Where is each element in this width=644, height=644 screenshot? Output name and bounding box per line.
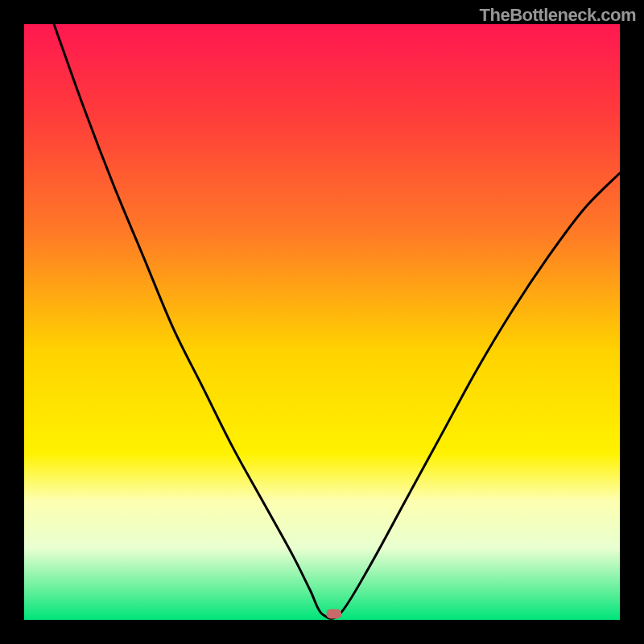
watermark-text: TheBottleneck.com [480, 5, 636, 26]
bottleneck-chart [24, 24, 620, 620]
chart-container: TheBottleneck.com [0, 0, 644, 644]
plot-area [24, 24, 620, 620]
gradient-background [24, 24, 620, 620]
optimal-marker [327, 609, 342, 619]
